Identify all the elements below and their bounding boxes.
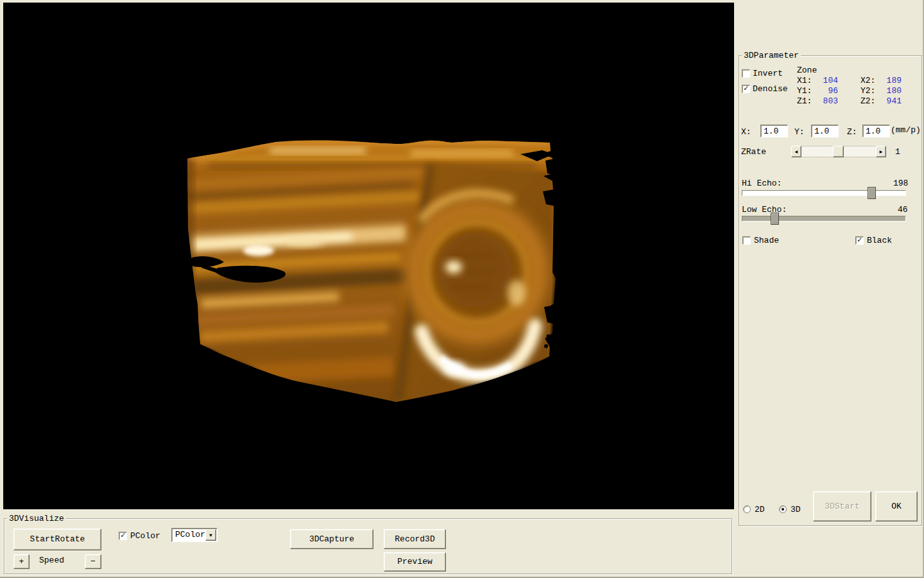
pcolor-combo-value: PColor <box>175 530 205 539</box>
denoise-check-icon: ✓ <box>744 84 748 93</box>
3dstart-button[interactable]: 3DStart <box>813 491 871 521</box>
visualize-group-title: 3DVisualize <box>7 514 66 523</box>
hi-echo-slider-track[interactable] <box>742 190 906 196</box>
zrate-value: 1 <box>895 147 900 157</box>
hi-echo-slider-thumb[interactable] <box>868 187 876 199</box>
shade-label: Shade <box>754 236 779 245</box>
zone-z1-label: Z1: <box>797 96 812 106</box>
zone-x1-value: 104 <box>817 76 838 85</box>
denoise-label: Denoise <box>753 84 788 94</box>
pcolor-combobox[interactable]: PColor ▼ <box>171 528 218 542</box>
zone-y2-label: Y2: <box>860 86 875 96</box>
record3d-button[interactable]: Record3D <box>384 529 446 549</box>
arrow-down-icon: ▼ <box>209 532 212 538</box>
zrate-scroll-right-button[interactable]: ► <box>876 146 886 157</box>
zone-y1-label: Y1: <box>797 86 812 96</box>
black-checkbox[interactable]: ✓ <box>855 236 864 245</box>
scale-z-input[interactable] <box>862 125 890 137</box>
speed-minus-button[interactable]: − <box>85 554 101 569</box>
speed-plus-button[interactable]: + <box>13 554 30 569</box>
scale-x-label: X: <box>741 127 751 137</box>
shade-checkbox[interactable] <box>742 236 751 245</box>
zone-x1-label: X1: <box>797 76 812 85</box>
low-echo-value: 46 <box>898 205 908 215</box>
mode-2d-radio[interactable] <box>743 505 751 513</box>
zone-z2-value: 941 <box>881 96 902 106</box>
pcolor-checkbox[interactable]: ✓ <box>119 532 127 540</box>
denoise-checkbox[interactable]: ✓ <box>742 85 750 93</box>
invert-label: Invert <box>753 69 783 78</box>
zrate-scroll-left-button[interactable]: ◄ <box>791 146 801 157</box>
zrate-label: ZRate <box>741 147 766 157</box>
visualize-groupbox: 3DVisualize StartRotate ✓ PColor PColor … <box>4 518 732 574</box>
scale-y-input[interactable] <box>811 125 839 137</box>
black-check-icon: ✓ <box>857 236 862 245</box>
zone-y1-value: 96 <box>817 86 838 96</box>
scale-z-label: Z: <box>847 127 857 137</box>
preview-button[interactable]: Preview <box>384 552 446 572</box>
zone-z1-value: 803 <box>817 96 838 106</box>
arrow-right-icon: ► <box>880 149 883 155</box>
low-echo-slider-thumb[interactable] <box>771 213 779 225</box>
mode-3d-radio[interactable] <box>779 505 787 513</box>
scale-y-label: Y: <box>794 127 805 137</box>
zrate-scroll-thumb[interactable] <box>833 146 844 157</box>
parameter-groupbox: 3DParameter Invert ✓ Denoise Zone X1: 10… <box>739 55 922 526</box>
scale-unit-label: (mm/p) <box>891 125 921 135</box>
zrate-scrollbar: ◄ ► <box>791 146 886 157</box>
start-rotate-button[interactable]: StartRotate <box>13 529 101 550</box>
render-viewport[interactable] <box>3 3 734 509</box>
zone-y2-value: 180 <box>881 86 902 96</box>
pcolor-label: PColor <box>130 531 160 541</box>
hi-echo-label: Hi Echo: <box>742 179 782 188</box>
low-echo-label: Low Echo: <box>742 205 787 215</box>
radio-dot-icon <box>782 508 784 511</box>
hi-echo-value: 198 <box>893 179 908 188</box>
parameter-group-title: 3DParameter <box>742 51 801 60</box>
volume-render-image <box>3 3 734 509</box>
low-echo-slider-track[interactable] <box>742 216 906 222</box>
pcolor-check-icon: ✓ <box>121 531 125 540</box>
pcolor-combo-dropdown-button[interactable]: ▼ <box>205 529 216 541</box>
invert-checkbox[interactable] <box>742 69 750 78</box>
mode-3d-label: 3D <box>791 505 801 514</box>
black-label: Black <box>867 236 892 245</box>
speed-label: Speed <box>39 556 64 565</box>
scale-x-input[interactable] <box>760 125 788 137</box>
zone-z2-label: Z2: <box>860 96 875 106</box>
mode-2d-label: 2D <box>755 505 765 514</box>
arrow-left-icon: ◄ <box>795 149 798 155</box>
zone-x2-label: X2: <box>860 76 875 85</box>
zone-x2-value: 189 <box>881 76 902 85</box>
ok-button[interactable]: OK <box>875 491 918 521</box>
zone-label: Zone <box>797 66 817 75</box>
3dcapture-button[interactable]: 3DCapture <box>290 529 373 549</box>
